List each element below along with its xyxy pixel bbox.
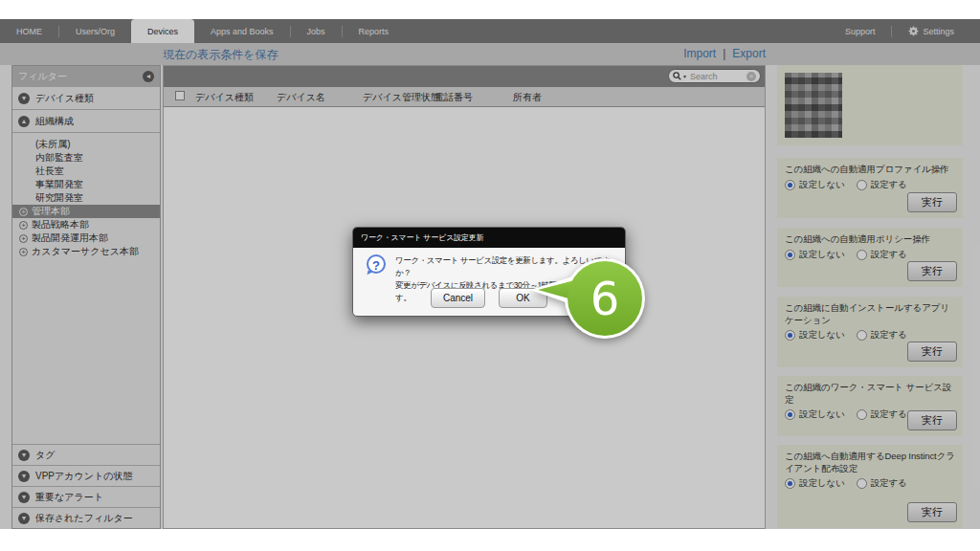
cancel-button[interactable]: Cancel (431, 288, 485, 308)
step-number: 6 (590, 272, 620, 325)
question-icon: ? (367, 254, 386, 274)
dialog-title: ワーク・スマート サービス設定更新 (353, 228, 625, 248)
step-annotation-badge: 6 (523, 249, 649, 350)
app-window: HOME Users/Org Devices Apps and Books Jo… (0, 19, 980, 529)
